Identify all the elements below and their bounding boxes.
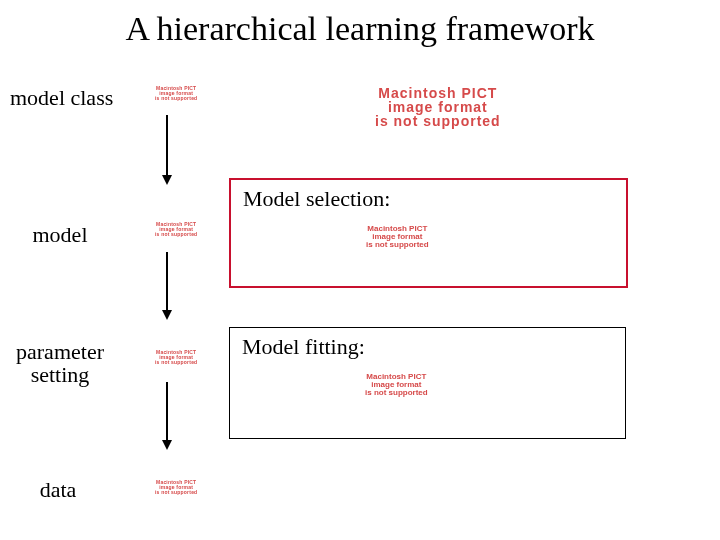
level-label-data: data xyxy=(28,478,88,501)
model-fitting-box: Model fitting: Macintosh PICT image form… xyxy=(229,327,626,439)
model-fitting-title: Model fitting: xyxy=(242,334,365,360)
pict-error-badge: Macintosh PICT image format is not suppo… xyxy=(155,480,197,495)
pict-error-badge: Macintosh PICT image format is not suppo… xyxy=(155,222,197,237)
pict-error-badge: Macintosh PICT image format is not suppo… xyxy=(155,350,197,365)
pict-error-box: Macintosh PICT image format is not suppo… xyxy=(365,373,428,397)
model-selection-box: Model selection: Macintosh PICT image fo… xyxy=(229,178,628,288)
page-title: A hierarchical learning framework xyxy=(0,10,720,48)
pict-error-box: Macintosh PICT image format is not suppo… xyxy=(366,225,429,249)
model-selection-title: Model selection: xyxy=(243,186,390,212)
level-label-model-class: model class xyxy=(10,86,120,109)
level-label-model: model xyxy=(10,223,110,246)
level-label-parameter-setting: parameter setting xyxy=(10,340,110,386)
pict-error-badge: Macintosh PICT image format is not suppo… xyxy=(155,86,197,101)
pict-error-large: Macintosh PICT image format is not suppo… xyxy=(375,86,501,128)
